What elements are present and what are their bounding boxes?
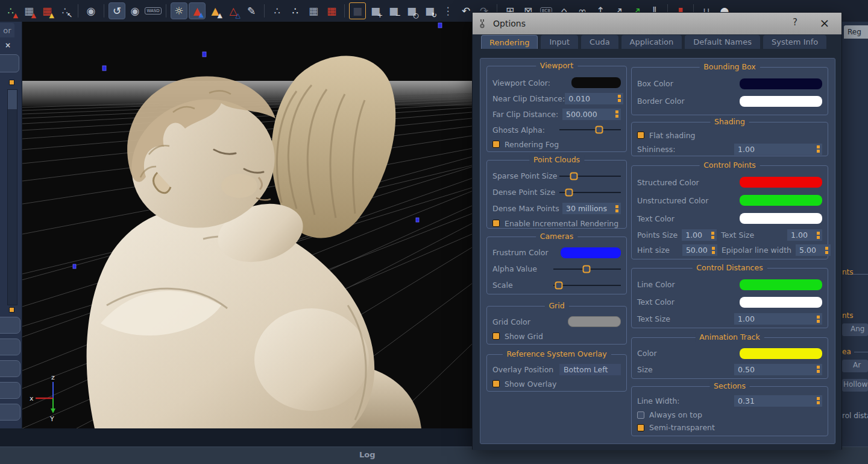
dense-point-size-label: Dense Point Size — [492, 188, 555, 197]
spin-buttons-icon[interactable] — [614, 203, 620, 214]
rendering-fog-checkbox[interactable] — [492, 141, 500, 148]
mesh-toggle[interactable]: ▦ — [305, 2, 322, 19]
dialog-help-button[interactable]: ? — [788, 17, 802, 30]
cd-line-color-swatch[interactable] — [740, 279, 822, 290]
cd-text-size-input[interactable]: 1.00 — [734, 313, 822, 325]
left-panel-tool-button-2[interactable] — [0, 338, 20, 355]
dialog-close-button[interactable]: × — [816, 15, 833, 32]
tab-cuda[interactable]: Cuda — [581, 35, 618, 49]
left-panel-tool-button-4[interactable] — [0, 382, 20, 399]
spin-buttons-icon[interactable] — [816, 229, 821, 241]
align-volume-tool[interactable]: ▦▲ — [39, 2, 55, 19]
turntable-navigation-tool[interactable]: ◉ — [127, 2, 143, 19]
tab-input[interactable]: Input — [541, 35, 578, 49]
structured-color-swatch[interactable] — [740, 177, 822, 188]
left-panel-checkbox-top[interactable] — [9, 80, 14, 85]
tab-application[interactable]: Application — [621, 35, 682, 49]
wireframe-view-toggle[interactable]: △△ — [225, 2, 242, 19]
selection-lock-tool[interactable]: ■ — [349, 2, 366, 19]
align-points-tool-icon-overlay: ▲ — [13, 11, 18, 19]
box-color-swatch[interactable] — [740, 78, 822, 89]
right-panel-tab[interactable]: Reg — [844, 25, 868, 39]
dense-cloud-toggle[interactable]: ∴ — [287, 2, 304, 19]
cp-text-color-swatch[interactable] — [740, 213, 822, 224]
spin-buttons-icon[interactable] — [617, 93, 622, 104]
spin-buttons-icon[interactable] — [711, 244, 716, 256]
tab-rendering[interactable]: Rendering — [481, 35, 538, 49]
track-size-input[interactable]: 0.50 — [734, 364, 822, 375]
spin-buttons-icon[interactable] — [824, 244, 829, 256]
track-color-swatch[interactable] — [740, 348, 822, 359]
selection-add-tool[interactable]: ■+ — [367, 2, 384, 19]
spin-buttons-icon[interactable] — [816, 313, 821, 325]
left-panel-scrollbar-thumb[interactable] — [8, 90, 17, 109]
grid-color-swatch[interactable] — [568, 316, 621, 327]
wasd-navigation-toggle[interactable]: WASD — [145, 2, 162, 19]
tab-system-info[interactable]: System Info — [763, 35, 826, 49]
sparse-cloud-toggle[interactable]: ∴ — [269, 2, 286, 19]
near-clip-input[interactable]: 0.010 — [565, 93, 623, 104]
left-panel-close-icon[interactable]: × — [5, 41, 11, 49]
snapshot-camera-button[interactable]: ◉ — [83, 2, 99, 19]
hint-size-input[interactable]: 50.00 — [682, 244, 717, 256]
left-panel-scrollbar[interactable] — [7, 89, 17, 305]
overlay-position-select[interactable]: Bottom Left — [559, 364, 621, 375]
align-mesh-tool[interactable]: ▦▲ — [20, 2, 37, 19]
selection-subtract-tool[interactable]: ■− — [385, 2, 402, 19]
selection-more-menu[interactable]: ⋮ — [439, 2, 456, 19]
show-grid-checkbox[interactable] — [492, 332, 500, 340]
cp-text-size-input[interactable]: 1.00 — [787, 229, 822, 241]
ghosts-alpha-slider[interactable] — [559, 125, 621, 135]
dense-point-size-slider[interactable] — [559, 188, 621, 197]
left-panel-tool-button-1[interactable] — [0, 317, 20, 334]
paint-tool[interactable]: ✎ — [243, 2, 260, 19]
grid-group: Grid Grid Color Show Grid — [486, 306, 627, 345]
left-panel-tool-button-3[interactable] — [0, 360, 20, 377]
align-points-tool[interactable]: ∴▲ — [2, 2, 19, 19]
options-dialog: Options ? × Rendering Input Cuda Applica… — [472, 12, 842, 450]
shininess-input[interactable]: 1.00 — [734, 144, 822, 155]
pick-points-tool[interactable]: ∴↖ — [57, 2, 74, 19]
always-on-top-checkbox[interactable] — [637, 412, 644, 419]
solid-view-toggle[interactable]: ▲▲ — [207, 2, 224, 19]
left-panel-button[interactable] — [0, 54, 19, 72]
frustum-color-swatch[interactable] — [561, 247, 621, 258]
line-width-input[interactable]: 0.31 — [734, 395, 822, 407]
spin-buttons-icon[interactable] — [614, 109, 620, 120]
spin-buttons-icon[interactable] — [710, 229, 715, 241]
epipolar-width-input[interactable]: 5.00 — [796, 244, 831, 256]
left-panel-checkbox-bottom[interactable] — [9, 307, 14, 313]
unstructured-color-swatch[interactable] — [740, 195, 822, 206]
viewport-color-swatch[interactable] — [571, 77, 621, 88]
sparse-point-size-slider[interactable] — [559, 171, 621, 181]
dense-max-points-input[interactable]: 30 millions — [562, 203, 621, 214]
textured-mesh-toggle[interactable]: ▦ — [323, 2, 340, 19]
left-panel-tab[interactable]: or — [0, 23, 14, 37]
control-distances-group: Control Distances Line Color Text Color … — [631, 268, 828, 328]
camera-scale-slider[interactable] — [553, 281, 621, 290]
left-panel-tool-button-5[interactable] — [0, 404, 20, 421]
shaded-view-toggle[interactable]: ▲▲ — [189, 2, 206, 19]
spin-buttons-icon[interactable] — [816, 364, 821, 375]
toolbar-separator — [264, 4, 265, 17]
selection-zoom-tool[interactable]: ■○ — [403, 2, 420, 19]
viewport-3d-canvas[interactable]: z x Y — [22, 22, 472, 428]
orbit-navigation-tool[interactable]: ↺ — [108, 2, 125, 19]
align-mesh-tool-icon-overlay: ▲ — [31, 11, 36, 19]
lighting-toggle[interactable]: ☼ — [171, 2, 187, 19]
border-color-swatch[interactable] — [740, 96, 822, 107]
show-overlay-checkbox[interactable] — [492, 380, 500, 387]
spin-buttons-icon[interactable] — [816, 395, 821, 407]
selection-reset-tool[interactable]: ■↻ — [421, 2, 438, 19]
cd-text-color-swatch[interactable] — [740, 297, 822, 308]
far-clip-input[interactable]: 500.000 — [562, 109, 621, 120]
incremental-rendering-checkbox[interactable] — [492, 220, 500, 227]
dialog-titlebar[interactable]: Options ? × — [473, 13, 841, 34]
toolbar-separator — [166, 4, 166, 17]
points-size-input[interactable]: 1.00 — [682, 229, 717, 241]
spin-buttons-icon[interactable] — [816, 144, 821, 155]
alpha-value-slider[interactable] — [553, 264, 621, 274]
semi-transparent-checkbox[interactable] — [637, 424, 644, 431]
flat-shading-checkbox[interactable] — [637, 132, 644, 139]
tab-default-names[interactable]: Default Names — [685, 35, 760, 49]
